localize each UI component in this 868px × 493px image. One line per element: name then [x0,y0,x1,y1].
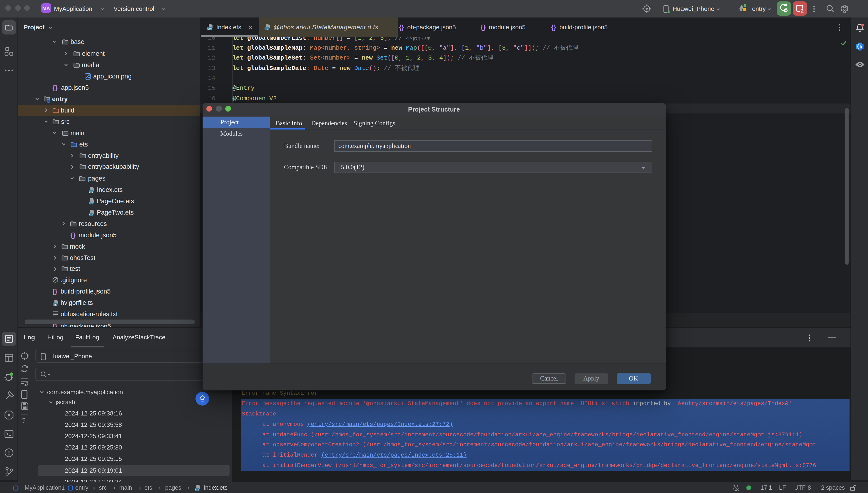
svg-text:TS: TS [265,27,268,30]
svg-text:2: 2 [801,8,804,14]
svg-text:ETS: ETS [207,28,212,30]
